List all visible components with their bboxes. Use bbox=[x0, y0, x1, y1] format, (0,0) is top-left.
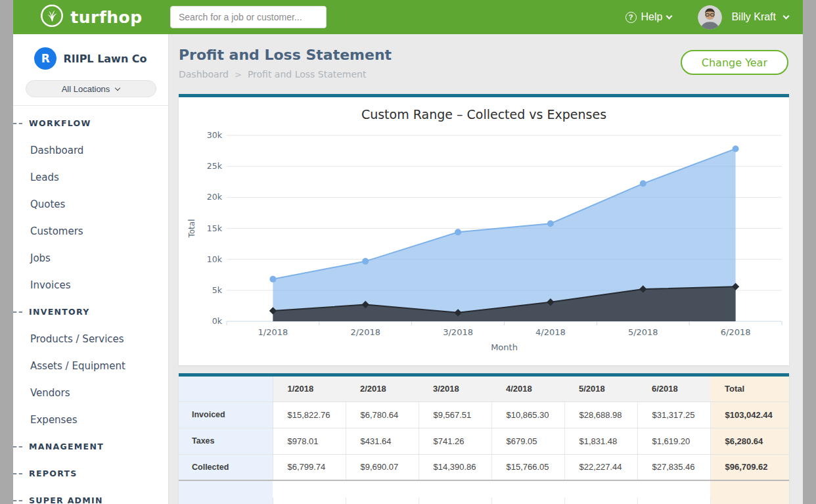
svg-text:15k: 15k bbox=[207, 223, 223, 233]
row-label: Contract Labor bbox=[179, 497, 273, 504]
location-filter-label: All Locations bbox=[62, 84, 110, 94]
header-cell-3-2018: 3/2018 bbox=[419, 377, 491, 401]
separator-cell bbox=[564, 480, 637, 497]
sidebar-item-quotes[interactable]: Quotes bbox=[13, 191, 168, 218]
location-filter-dropdown[interactable]: All Locations bbox=[26, 80, 156, 97]
help-icon: ? bbox=[625, 12, 637, 23]
sidebar-section-management[interactable]: MANAGEMENT bbox=[13, 433, 168, 460]
cell-value: $15,766.05 bbox=[491, 454, 564, 480]
svg-text:1/2018: 1/2018 bbox=[258, 327, 288, 337]
separator-cell bbox=[273, 480, 346, 497]
separator-cell bbox=[419, 480, 491, 497]
header-cell-5-2018: 5/2018 bbox=[564, 377, 637, 401]
sidebar: R RIIPL Lawn Co All Locations WORKFLOWDa… bbox=[13, 34, 169, 504]
sidebar-nav: WORKFLOWDashboardLeadsQuotesCustomersJob… bbox=[13, 105, 168, 504]
row-label: Invoiced bbox=[179, 401, 273, 428]
row-label: Taxes bbox=[179, 428, 273, 454]
sidebar-section-inventory[interactable]: INVENTORY bbox=[13, 298, 168, 325]
chevron-down-icon bbox=[666, 12, 673, 19]
header-cell-1-2018: 1/2018 bbox=[273, 377, 346, 401]
breadcrumb-current: Profit and Loss Statement bbox=[248, 69, 367, 80]
section-dash-icon bbox=[13, 500, 22, 501]
cell-value: $9,567.51 bbox=[419, 401, 491, 428]
user-menu[interactable]: Billy Kraft bbox=[731, 11, 788, 23]
cell-value: $978.01 bbox=[273, 428, 346, 454]
section-dash-icon bbox=[13, 446, 22, 447]
cell-value: $558.68 bbox=[491, 497, 564, 504]
chart-card: Custom Range – Collected vs Expenses 0k5… bbox=[179, 94, 789, 365]
brand-logo[interactable]: turfhop bbox=[13, 3, 169, 31]
sidebar-item-jobs[interactable]: Jobs bbox=[13, 244, 168, 271]
cell-value: $22,227.44 bbox=[564, 454, 637, 480]
header-cell-row-label bbox=[179, 377, 273, 401]
cell-value: $14,390.86 bbox=[419, 454, 491, 480]
sidebar-item-assets-equipment[interactable]: Assets / Equipment bbox=[13, 352, 168, 379]
table-row-invoiced: Invoiced$15,822.76$6,780.64$9,567.51$10,… bbox=[179, 401, 789, 428]
svg-text:10k: 10k bbox=[207, 254, 223, 264]
cell-value: $0.00 bbox=[564, 497, 637, 504]
sidebar-item-expenses[interactable]: Expenses bbox=[13, 406, 168, 433]
svg-text:2/2018: 2/2018 bbox=[350, 327, 380, 337]
sidebar-item-customers[interactable]: Customers bbox=[13, 218, 168, 244]
user-name: Billy Kraft bbox=[731, 11, 776, 23]
sidebar-section-reports[interactable]: REPORTS bbox=[13, 460, 168, 487]
svg-text:Total: Total bbox=[187, 219, 196, 238]
sidebar-item-leads[interactable]: Leads bbox=[13, 164, 168, 191]
sidebar-section-super-admin[interactable]: SUPER ADMIN bbox=[13, 487, 168, 504]
change-year-button[interactable]: Change Year bbox=[681, 50, 788, 75]
sidebar-section-workflow[interactable]: WORKFLOW bbox=[13, 110, 168, 137]
svg-text:4/2018: 4/2018 bbox=[535, 327, 566, 337]
cell-total: $96,709.62 bbox=[710, 454, 789, 480]
main-content: Profit and Loss Statement Dashboard > Pr… bbox=[169, 34, 803, 504]
avatar[interactable] bbox=[698, 5, 722, 30]
sidebar-item-products-services[interactable]: Products / Services bbox=[13, 325, 168, 352]
search-input[interactable] bbox=[170, 6, 327, 28]
topbar-right: ? Help Billy Kraft bbox=[625, 5, 803, 30]
page-header: Profit and Loss Statement Dashboard > Pr… bbox=[179, 34, 789, 94]
cell-value: $28,688.98 bbox=[564, 401, 637, 428]
collected-vs-expenses-chart: 0k5k10k15k20k25k30k1/20182/20183/20184/2… bbox=[179, 131, 789, 363]
chevron-down-icon bbox=[783, 12, 790, 19]
chevron-down-icon bbox=[115, 85, 120, 91]
cell-total: $103,042.44 bbox=[710, 401, 789, 428]
company-name: RIIPL Lawn Co bbox=[63, 53, 147, 65]
cell-value: $6,780.64 bbox=[346, 401, 419, 428]
cell-value: $27,835.46 bbox=[637, 454, 710, 480]
cell-value: $0.00 bbox=[637, 497, 710, 504]
sidebar-item-vendors[interactable]: Vendors bbox=[13, 379, 168, 406]
table-row-taxes: Taxes$978.01$431.64$741.26$679.05$1,831.… bbox=[179, 428, 789, 454]
header-cell-4-2018: 4/2018 bbox=[491, 377, 564, 401]
cell-value: $0.00 bbox=[273, 497, 346, 504]
cell-value: $9,690.07 bbox=[346, 454, 419, 480]
svg-text:Month: Month bbox=[491, 342, 518, 352]
svg-text:0k: 0k bbox=[212, 316, 223, 326]
turfhop-logo-icon bbox=[39, 3, 64, 31]
cell-total: $6,280.64 bbox=[710, 428, 789, 454]
cell-value: $842.55 bbox=[346, 497, 419, 504]
separator-cell bbox=[346, 480, 419, 497]
separator-cell bbox=[179, 480, 273, 497]
chart-title: Custom Range – Collected vs Expenses bbox=[179, 97, 789, 131]
svg-text:6/2018: 6/2018 bbox=[721, 327, 751, 337]
cell-value: $31,317.25 bbox=[637, 401, 710, 428]
section-dash-icon bbox=[13, 123, 22, 124]
table-group-separator bbox=[179, 480, 789, 497]
header-cell-2-2018: 2/2018 bbox=[346, 377, 419, 401]
table-row-collected: Collected$6,799.74$9,690.07$14,390.86$15… bbox=[179, 454, 789, 480]
cell-value: $679.05 bbox=[491, 428, 564, 454]
sidebar-item-dashboard[interactable]: Dashboard bbox=[13, 137, 168, 164]
company-header: R RIIPL Lawn Co bbox=[13, 34, 168, 75]
breadcrumb-dashboard[interactable]: Dashboard bbox=[179, 69, 229, 80]
row-label: Collected bbox=[179, 454, 273, 480]
topbar: turfhop ? Help bbox=[13, 0, 803, 34]
help-menu[interactable]: ? Help bbox=[625, 11, 672, 23]
cell-total: $1,401.23 bbox=[710, 497, 789, 504]
sidebar-item-invoices[interactable]: Invoices bbox=[13, 271, 168, 298]
cell-value: $10,865.30 bbox=[491, 401, 564, 428]
breadcrumb-separator-icon: > bbox=[235, 70, 242, 80]
separator-cell bbox=[637, 480, 710, 497]
svg-text:25k: 25k bbox=[207, 161, 223, 171]
help-label: Help bbox=[641, 11, 663, 23]
cell-value: $15,822.76 bbox=[273, 401, 346, 428]
pl-table: 1/20182/20183/20184/20185/20186/2018Tota… bbox=[179, 377, 789, 504]
